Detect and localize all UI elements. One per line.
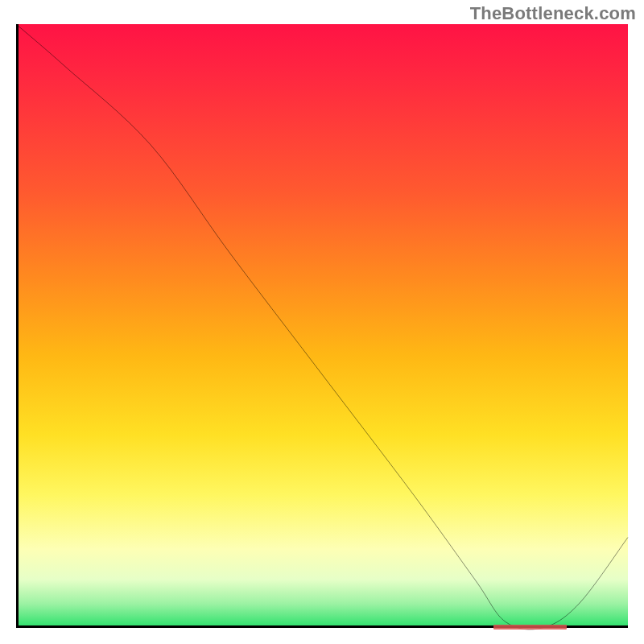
line-curve bbox=[16, 24, 628, 628]
flat-region-marker bbox=[493, 625, 567, 630]
curve-path bbox=[16, 24, 628, 630]
watermark-label: TheBottleneck.com bbox=[470, 3, 636, 24]
plot-area bbox=[16, 24, 628, 628]
chart-stage: TheBottleneck.com bbox=[0, 0, 644, 644]
